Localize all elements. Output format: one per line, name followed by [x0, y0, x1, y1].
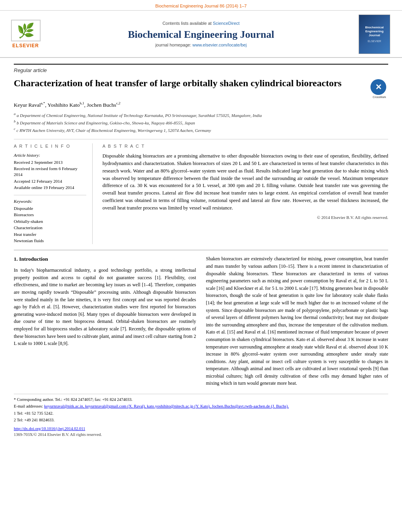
contents-line: Contents lists available at ScienceDirec…: [51, 20, 351, 26]
abstract-text: Disposable shaking bioreactors are a pro…: [102, 152, 388, 211]
footnote-1: 1 Tel: +81 52 735 5242.: [14, 410, 388, 416]
abstract-paragraph: Disposable shaking bioreactors are a pro…: [102, 152, 388, 211]
article-title-row: Characterization of heat transfer of lar…: [14, 77, 388, 97]
affiliation-c: c c RWTH Aachen University, AVT, Chair o…: [14, 126, 388, 133]
received-date: Received 2 September 2013: [14, 159, 86, 165]
svg-text:🌿: 🌿: [17, 22, 34, 39]
available-date: Available online 19 February 2014: [14, 185, 86, 191]
keywords-section: Keywords: Disposable Bioreactors Orbital…: [14, 198, 86, 244]
keyword-3: Orbitally-shaken: [14, 219, 86, 224]
article-type: Regular article: [14, 64, 388, 74]
contents-text: Contents lists available at: [162, 21, 212, 26]
doi-link[interactable]: http://dx.doi.org/10.1016/j.bej.2014.02.…: [14, 426, 85, 431]
copyright-line: © 2014 Elsevier B.V. All rights reserved…: [102, 215, 388, 221]
homepage-text: journal homepage:: [155, 43, 191, 47]
keyword-2: Bioreactors: [14, 212, 86, 218]
elsevier-tree-icon: 🌿: [13, 20, 39, 40]
intro-para-1: In today's biopharmaceutical industry, a…: [14, 267, 196, 347]
footnote-2: 2 Tel: +49 241 8024633.: [14, 417, 388, 423]
keyword-4: Characterization: [14, 225, 86, 231]
history-label: Article history:: [14, 152, 86, 158]
article-info-column: A R T I C L E I N F O Article history: R…: [14, 143, 93, 244]
intro-para-2: Shaken bioreactors are extensively chara…: [206, 255, 389, 387]
abstract-column: A B S T R A C T Disposable shaking biore…: [102, 143, 388, 244]
article-history: Article history: Received 2 September 20…: [14, 152, 86, 191]
body-area: 1. Introduction In today's biopharmaceut…: [14, 250, 388, 390]
authors-line: Keyur Ravala,*, Yoshihito Katob,1, Joche…: [14, 101, 388, 109]
article-info-abstract: A R T I C L E I N F O Article history: R…: [14, 139, 388, 244]
email-line: E-mail addresses: keyurnraval@nitk.ac.in…: [14, 403, 388, 409]
affiliations: a a Department of Chemical Engineering, …: [14, 111, 388, 133]
article-title: Characterization of heat transfer of lar…: [14, 77, 365, 89]
corresponding-author: * Corresponding author. Tel.: +91 824 24…: [14, 397, 388, 402]
homepage-url[interactable]: www.elsevier.com/locate/bej: [192, 43, 247, 47]
footnotes: * Corresponding author. Tel.: +91 824 24…: [14, 394, 388, 423]
keyword-5: Heat transfer: [14, 232, 86, 237]
logo-box: 🌿: [11, 20, 41, 41]
email-label: E-mail addresses:: [14, 404, 43, 408]
header-area: 🌿 ELSEVIER Contents lists available at S…: [0, 11, 402, 58]
journal-ref: Biochemical Engineering Journal 86 (2014…: [155, 4, 247, 8]
science-direct-link[interactable]: ScienceDirect: [213, 21, 240, 26]
accepted-date: Accepted 12 February 2014: [14, 178, 86, 184]
keyword-6: Newtonian fluids: [14, 238, 86, 244]
affiliation-a: a a Department of Chemical Engineering, …: [14, 111, 388, 119]
crossmark-logo: ✕ CrossMark: [370, 79, 388, 97]
elsevier-label: ELSEVIER: [12, 43, 39, 49]
article-info-heading: A R T I C L E I N F O: [14, 143, 86, 149]
abstract-heading: A B S T R A C T: [102, 143, 388, 149]
journal-title: Biochemical Engineering Journal: [51, 28, 351, 41]
section1-title: 1. Introduction: [14, 255, 196, 263]
body-col-left: 1. Introduction In today's biopharmaceut…: [14, 255, 196, 390]
doi-line: http://dx.doi.org/10.1016/j.bej.2014.02.…: [14, 426, 388, 432]
body-col-right: Shaken bioreactors are extensively chara…: [206, 255, 389, 390]
homepage-line: journal homepage: www.elsevier.com/locat…: [51, 42, 351, 48]
elsevier-logo: 🌿 ELSEVIER: [8, 20, 43, 49]
info-divider: [14, 195, 86, 195]
section1-num: 1.: [14, 256, 18, 262]
top-bar: Biochemical Engineering Journal 86 (2014…: [0, 0, 402, 11]
crossmark-icon: ✕: [370, 79, 386, 95]
keywords-label: Keywords:: [14, 198, 86, 204]
email-links[interactable]: keyurnraval@nitk.ac.in, keyurnraval@gmai…: [44, 404, 289, 408]
keyword-1: Disposable: [14, 206, 86, 211]
section1-label: Introduction: [19, 256, 48, 262]
received-revised-date: Received in revised form 6 February 2014: [14, 166, 86, 178]
affiliation-b: b b Department of Materials Science and …: [14, 119, 388, 126]
article-wrapper: Regular article Characterization of heat…: [0, 58, 402, 445]
header-center: Contents lists available at ScienceDirec…: [43, 20, 359, 48]
journal-cover-thumbnail: BiochemicalEngineeringJournal ELSEVIER: [359, 15, 390, 54]
page: Biochemical Engineering Journal 86 (2014…: [0, 0, 402, 532]
issn-line: 1369-703X/© 2014 Elsevier B.V. All right…: [14, 432, 388, 438]
